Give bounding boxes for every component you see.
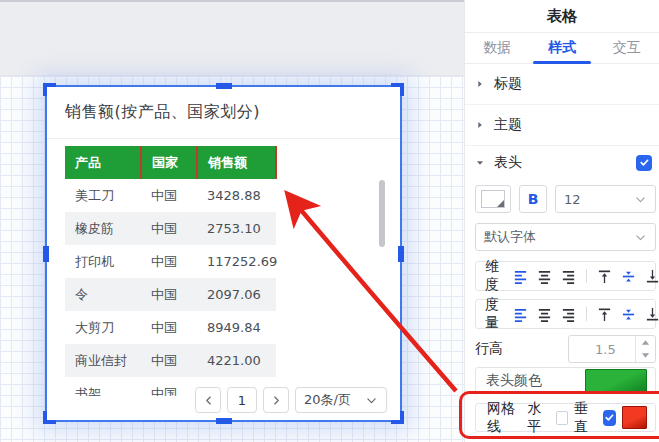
align-center-icon[interactable] xyxy=(537,307,552,322)
table-row: 大剪刀 中国 8949.84 xyxy=(65,311,276,344)
font-color-swatch xyxy=(481,190,505,208)
panel-title: 表格 xyxy=(465,0,659,33)
table-viewport: 产品 国家 销售额 美工刀 中国 3428.88 橡皮筋 中国 2753.10 xyxy=(65,146,278,396)
resize-handle-left[interactable] xyxy=(43,246,49,262)
page-size-value: 20条/页 xyxy=(304,391,365,409)
cell: 2753.10 xyxy=(197,212,276,245)
font-family-value: 默认字体 xyxy=(484,228,634,246)
valign-bottom-icon[interactable] xyxy=(645,307,659,322)
measure-label: 度量 xyxy=(485,296,499,332)
dimension-label: 维度 xyxy=(485,258,499,294)
header-color-swatch[interactable] xyxy=(585,369,647,392)
selection-corner-bottom-left[interactable] xyxy=(43,411,56,424)
valign-top-icon[interactable] xyxy=(597,269,612,284)
tab-interaction[interactable]: 交互 xyxy=(594,33,659,63)
align-left-icon[interactable] xyxy=(513,269,528,284)
table-row: 商业信封 中国 4221.00 xyxy=(65,344,276,377)
cell: 2097.06 xyxy=(197,278,276,311)
cell: 中国 xyxy=(141,377,197,396)
horizontal-gridline-checkbox[interactable] xyxy=(556,411,568,425)
page-size-select[interactable]: 20条/页 xyxy=(295,387,387,413)
cell: 3428.88 xyxy=(197,179,276,212)
valign-middle-icon[interactable] xyxy=(621,269,636,284)
section-theme-collapsed[interactable]: 主题 xyxy=(465,105,659,146)
caret-right-icon xyxy=(475,79,485,89)
valign-bottom-icon[interactable] xyxy=(645,269,659,284)
selection-corner-top-left[interactable] xyxy=(43,83,56,96)
next-page-button[interactable] xyxy=(263,387,289,413)
cell: 书架 xyxy=(65,377,141,396)
font-size-select[interactable]: 12 xyxy=(555,185,656,213)
valign-top-icon[interactable] xyxy=(597,307,612,322)
header-enabled-checkbox[interactable] xyxy=(636,155,652,171)
prev-page-button[interactable] xyxy=(195,387,221,413)
header-style-controls: B 12 默认字体 维度 xyxy=(465,185,659,432)
bi-editor-page: 销售额(按产品、国家划分) 产品 国家 销售额 美工刀 中国 3428.88 xyxy=(0,0,659,442)
cell: 橡皮筋 xyxy=(65,212,141,245)
check-icon xyxy=(639,157,650,168)
tab-data[interactable]: 数据 xyxy=(465,33,530,63)
valign-middle-icon[interactable] xyxy=(621,307,636,322)
table-row: 美工刀 中国 3428.88 xyxy=(65,179,276,212)
vertical-label: 垂直 xyxy=(574,400,597,436)
cell: 中国 xyxy=(141,278,197,311)
align-left-icon[interactable] xyxy=(513,307,528,322)
column-header: 销售额 xyxy=(197,146,276,179)
section-label: 标题 xyxy=(494,75,522,93)
current-page-box[interactable]: 1 xyxy=(227,387,257,413)
resize-handle-right[interactable] xyxy=(398,246,404,262)
cell: 117252.69 xyxy=(197,245,276,278)
bold-button[interactable]: B xyxy=(519,185,547,213)
stepper-down-icon[interactable] xyxy=(636,349,655,362)
cell: 4221.00 xyxy=(197,344,276,377)
selection-corner-top-right[interactable] xyxy=(391,83,404,96)
row-height-row: 行高 1.5 xyxy=(475,335,656,363)
cell: 令 xyxy=(65,278,141,311)
chevron-down-icon xyxy=(365,394,378,407)
cell: 打印机 xyxy=(65,245,141,278)
divider xyxy=(586,269,587,283)
header-color-row: 表头颜色 xyxy=(475,367,656,394)
font-color-picker[interactable] xyxy=(475,185,511,213)
cell: 中国 xyxy=(141,179,197,212)
horizontal-label: 水平 xyxy=(527,400,550,436)
caret-right-icon xyxy=(475,120,485,130)
dashboard-canvas[interactable]: 销售额(按产品、国家划分) 产品 国家 销售额 美工刀 中国 3428.88 xyxy=(0,0,464,442)
gridline-row: 网格线 水平 垂直 xyxy=(475,403,656,432)
resize-handle-top[interactable] xyxy=(216,83,232,89)
gridline-label: 网格线 xyxy=(487,400,521,436)
cell: 中国 xyxy=(141,344,197,377)
cell: 中国 xyxy=(141,212,197,245)
table-scrollbar-thumb[interactable] xyxy=(379,180,385,247)
row-height-value: 1.5 xyxy=(569,336,635,362)
font-family-select[interactable]: 默认字体 xyxy=(475,223,656,251)
section-title-collapsed[interactable]: 标题 xyxy=(465,64,659,105)
cell: 商业信封 xyxy=(65,344,141,377)
column-header: 国家 xyxy=(141,146,197,179)
cell: 美工刀 xyxy=(65,179,141,212)
canvas-margin-area xyxy=(0,0,464,76)
check-icon xyxy=(604,412,615,423)
data-table: 产品 国家 销售额 美工刀 中国 3428.88 橡皮筋 中国 2753.10 xyxy=(65,146,277,396)
cell: 中国 xyxy=(141,311,197,344)
section-label: 表头 xyxy=(494,154,522,172)
resize-handle-bottom[interactable] xyxy=(216,418,232,424)
tab-style[interactable]: 样式 xyxy=(530,33,595,63)
align-center-icon[interactable] xyxy=(537,269,552,284)
selection-corner-bottom-right[interactable] xyxy=(391,411,404,424)
row-height-stepper[interactable]: 1.5 xyxy=(568,335,656,363)
table-widget-card[interactable]: 销售额(按产品、国家划分) 产品 国家 销售额 美工刀 中国 3428.88 xyxy=(45,85,402,422)
chevron-down-icon xyxy=(634,193,647,206)
row-height-label: 行高 xyxy=(475,340,503,358)
section-table-header[interactable]: 表头 xyxy=(465,146,659,179)
stepper-up-icon[interactable] xyxy=(636,336,655,349)
section-label: 主题 xyxy=(494,116,522,134)
measure-align-row: 度量 xyxy=(475,299,656,329)
table-row: 令 中国 2097.06 xyxy=(65,278,276,311)
align-right-icon[interactable] xyxy=(561,269,576,284)
vertical-gridline-checkbox[interactable] xyxy=(603,410,616,426)
align-right-icon[interactable] xyxy=(561,307,576,322)
gridline-color-swatch[interactable] xyxy=(622,406,647,429)
header-color-label: 表头颜色 xyxy=(486,372,542,390)
chevron-right-icon xyxy=(271,395,282,406)
